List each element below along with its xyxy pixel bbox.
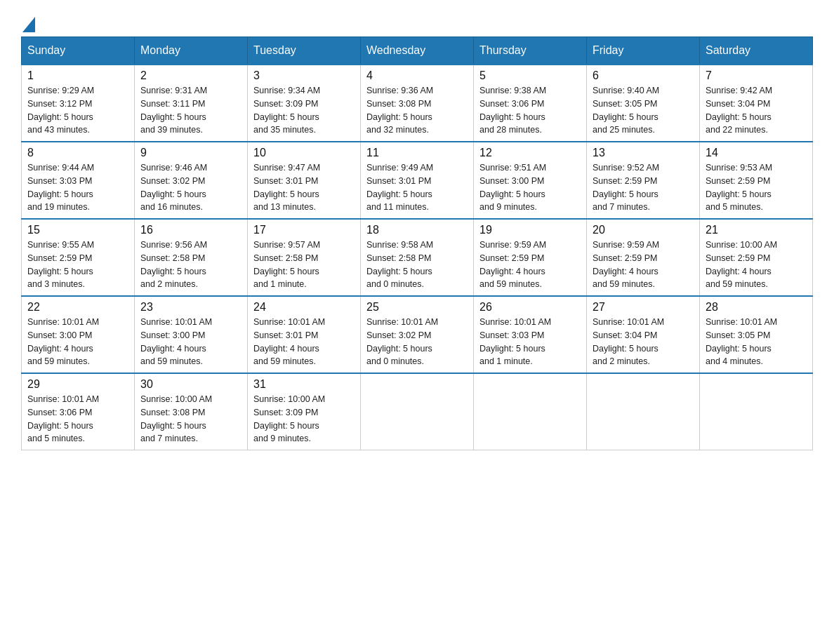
day-info: Sunrise: 9:57 AMSunset: 2:58 PMDaylight:… xyxy=(253,239,355,291)
day-info: Sunrise: 10:01 AMSunset: 3:06 PMDaylight… xyxy=(27,393,128,445)
calendar-day-cell: 31 Sunrise: 10:00 AMSunset: 3:09 PMDayli… xyxy=(248,373,361,450)
calendar-day-cell xyxy=(700,373,813,450)
logo-triangle-icon xyxy=(22,17,35,32)
day-number: 16 xyxy=(140,224,241,236)
day-number: 29 xyxy=(27,378,128,391)
day-number: 1 xyxy=(27,69,128,82)
calendar-day-cell: 29 Sunrise: 10:01 AMSunset: 3:06 PMDayli… xyxy=(22,373,135,450)
calendar-day-cell: 25 Sunrise: 10:01 AMSunset: 3:02 PMDayli… xyxy=(361,296,474,373)
day-number: 30 xyxy=(140,378,241,391)
day-info: Sunrise: 9:31 AMSunset: 3:11 PMDaylight:… xyxy=(140,84,241,137)
day-number: 15 xyxy=(27,224,128,236)
calendar-day-cell: 8 Sunrise: 9:44 AMSunset: 3:03 PMDayligh… xyxy=(22,142,135,219)
calendar-day-cell: 28 Sunrise: 10:01 AMSunset: 3:05 PMDayli… xyxy=(700,296,813,373)
day-number: 8 xyxy=(27,147,128,159)
calendar-day-cell: 11 Sunrise: 9:49 AMSunset: 3:01 PMDaylig… xyxy=(361,142,474,219)
calendar-day-cell: 3 Sunrise: 9:34 AMSunset: 3:09 PMDayligh… xyxy=(248,65,361,142)
calendar-week-row: 15 Sunrise: 9:55 AMSunset: 2:59 PMDaylig… xyxy=(22,219,813,296)
day-info: Sunrise: 9:59 AMSunset: 2:59 PMDaylight:… xyxy=(593,239,694,291)
calendar-week-row: 22 Sunrise: 10:01 AMSunset: 3:00 PMDayli… xyxy=(22,296,813,373)
day-number: 24 xyxy=(253,301,355,314)
day-number: 5 xyxy=(479,69,581,82)
calendar-day-cell: 10 Sunrise: 9:47 AMSunset: 3:01 PMDaylig… xyxy=(248,142,361,219)
day-info: Sunrise: 9:58 AMSunset: 2:58 PMDaylight:… xyxy=(366,239,468,291)
calendar-header-row: SundayMondayTuesdayWednesdayThursdayFrid… xyxy=(22,37,813,65)
calendar-day-cell: 13 Sunrise: 9:52 AMSunset: 2:59 PMDaylig… xyxy=(587,142,700,219)
calendar-header-tuesday: Tuesday xyxy=(248,37,361,65)
calendar-week-row: 29 Sunrise: 10:01 AMSunset: 3:06 PMDayli… xyxy=(22,373,813,450)
logo xyxy=(21,14,35,29)
calendar-header-friday: Friday xyxy=(587,37,700,65)
calendar-header-wednesday: Wednesday xyxy=(361,37,474,65)
day-number: 9 xyxy=(140,147,241,159)
day-info: Sunrise: 9:49 AMSunset: 3:01 PMDaylight:… xyxy=(366,161,468,214)
calendar-header-thursday: Thursday xyxy=(474,37,587,65)
day-number: 21 xyxy=(706,224,807,236)
calendar-day-cell: 22 Sunrise: 10:01 AMSunset: 3:00 PMDayli… xyxy=(22,296,135,373)
day-info: Sunrise: 9:36 AMSunset: 3:08 PMDaylight:… xyxy=(366,84,468,137)
day-info: Sunrise: 10:01 AMSunset: 3:01 PMDaylight… xyxy=(253,316,355,368)
calendar-header-saturday: Saturday xyxy=(700,37,813,65)
page-header xyxy=(21,14,813,29)
day-info: Sunrise: 9:51 AMSunset: 3:00 PMDaylight:… xyxy=(479,161,581,214)
day-number: 6 xyxy=(593,69,694,82)
day-info: Sunrise: 10:00 AMSunset: 3:09 PMDaylight… xyxy=(253,393,355,445)
calendar-day-cell: 17 Sunrise: 9:57 AMSunset: 2:58 PMDaylig… xyxy=(248,219,361,296)
day-number: 23 xyxy=(140,301,241,314)
day-info: Sunrise: 10:01 AMSunset: 3:03 PMDaylight… xyxy=(479,316,581,368)
day-number: 22 xyxy=(27,301,128,314)
day-info: Sunrise: 9:52 AMSunset: 2:59 PMDaylight:… xyxy=(593,161,694,214)
day-number: 7 xyxy=(706,69,807,82)
calendar-header-sunday: Sunday xyxy=(22,37,135,65)
calendar-day-cell: 4 Sunrise: 9:36 AMSunset: 3:08 PMDayligh… xyxy=(361,65,474,142)
calendar-week-row: 8 Sunrise: 9:44 AMSunset: 3:03 PMDayligh… xyxy=(22,142,813,219)
day-number: 20 xyxy=(593,224,694,236)
day-number: 27 xyxy=(593,301,694,314)
day-number: 14 xyxy=(706,147,807,159)
day-info: Sunrise: 9:53 AMSunset: 2:59 PMDaylight:… xyxy=(706,161,807,214)
day-info: Sunrise: 10:01 AMSunset: 3:00 PMDaylight… xyxy=(140,316,241,368)
calendar-day-cell: 26 Sunrise: 10:01 AMSunset: 3:03 PMDayli… xyxy=(474,296,587,373)
day-number: 4 xyxy=(366,69,468,82)
day-info: Sunrise: 9:56 AMSunset: 2:58 PMDaylight:… xyxy=(140,239,241,291)
day-info: Sunrise: 9:44 AMSunset: 3:03 PMDaylight:… xyxy=(27,161,128,214)
calendar-table: SundayMondayTuesdayWednesdayThursdayFrid… xyxy=(21,36,813,450)
day-number: 18 xyxy=(366,224,468,236)
day-number: 11 xyxy=(366,147,468,159)
calendar-day-cell: 7 Sunrise: 9:42 AMSunset: 3:04 PMDayligh… xyxy=(700,65,813,142)
calendar-day-cell xyxy=(474,373,587,450)
calendar-day-cell: 18 Sunrise: 9:58 AMSunset: 2:58 PMDaylig… xyxy=(361,219,474,296)
calendar-day-cell: 9 Sunrise: 9:46 AMSunset: 3:02 PMDayligh… xyxy=(135,142,248,219)
calendar-day-cell: 14 Sunrise: 9:53 AMSunset: 2:59 PMDaylig… xyxy=(700,142,813,219)
calendar-day-cell: 5 Sunrise: 9:38 AMSunset: 3:06 PMDayligh… xyxy=(474,65,587,142)
day-number: 26 xyxy=(479,301,581,314)
day-info: Sunrise: 9:38 AMSunset: 3:06 PMDaylight:… xyxy=(479,84,581,137)
calendar-day-cell: 23 Sunrise: 10:01 AMSunset: 3:00 PMDayli… xyxy=(135,296,248,373)
day-number: 19 xyxy=(479,224,581,236)
calendar-day-cell: 21 Sunrise: 10:00 AMSunset: 2:59 PMDayli… xyxy=(700,219,813,296)
day-info: Sunrise: 10:01 AMSunset: 3:05 PMDaylight… xyxy=(706,316,807,368)
calendar-day-cell: 2 Sunrise: 9:31 AMSunset: 3:11 PMDayligh… xyxy=(135,65,248,142)
day-info: Sunrise: 10:00 AMSunset: 2:59 PMDaylight… xyxy=(706,239,807,291)
calendar-day-cell: 16 Sunrise: 9:56 AMSunset: 2:58 PMDaylig… xyxy=(135,219,248,296)
day-info: Sunrise: 9:46 AMSunset: 3:02 PMDaylight:… xyxy=(140,161,241,214)
calendar-day-cell: 1 Sunrise: 9:29 AMSunset: 3:12 PMDayligh… xyxy=(22,65,135,142)
calendar-week-row: 1 Sunrise: 9:29 AMSunset: 3:12 PMDayligh… xyxy=(22,65,813,142)
calendar-day-cell: 20 Sunrise: 9:59 AMSunset: 2:59 PMDaylig… xyxy=(587,219,700,296)
day-number: 25 xyxy=(366,301,468,314)
day-number: 10 xyxy=(253,147,355,159)
day-number: 2 xyxy=(140,69,241,82)
day-info: Sunrise: 9:47 AMSunset: 3:01 PMDaylight:… xyxy=(253,161,355,214)
day-info: Sunrise: 9:42 AMSunset: 3:04 PMDaylight:… xyxy=(706,84,807,137)
day-number: 31 xyxy=(253,378,355,391)
calendar-day-cell xyxy=(361,373,474,450)
day-info: Sunrise: 9:40 AMSunset: 3:05 PMDaylight:… xyxy=(593,84,694,137)
day-number: 3 xyxy=(253,69,355,82)
day-number: 17 xyxy=(253,224,355,236)
day-info: Sunrise: 10:01 AMSunset: 3:04 PMDaylight… xyxy=(593,316,694,368)
day-info: Sunrise: 10:01 AMSunset: 3:02 PMDaylight… xyxy=(366,316,468,368)
calendar-day-cell xyxy=(587,373,700,450)
day-info: Sunrise: 10:01 AMSunset: 3:00 PMDaylight… xyxy=(27,316,128,368)
calendar-header-monday: Monday xyxy=(135,37,248,65)
day-info: Sunrise: 9:29 AMSunset: 3:12 PMDaylight:… xyxy=(27,84,128,137)
